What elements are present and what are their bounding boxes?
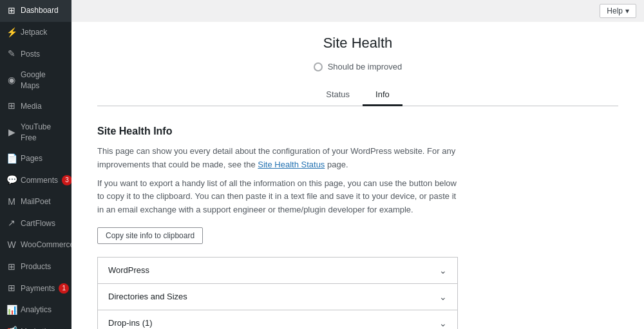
sidebar-item-label: CartFlows [21, 218, 66, 229]
sidebar-item-label: WooCommerce [21, 240, 71, 250]
help-label: Help [607, 6, 623, 15]
site-health-status-link[interactable]: Site Health Status [258, 160, 325, 169]
sidebar-item-label: Media [21, 101, 66, 112]
status-text: Should be improved [328, 62, 402, 71]
sidebar-item-analytics[interactable]: 📊 Analytics [0, 299, 71, 321]
badge-comments: 3 [62, 175, 71, 185]
sidebar-item-label: YouTube Free [21, 122, 66, 144]
sidebar-item-marketing[interactable]: 📢 Marketing [0, 321, 71, 329]
payments-icon: ⊞ [6, 282, 17, 295]
sidebar-item-label: Posts [21, 49, 66, 60]
sidebar-item-woocommerce[interactable]: W WooCommerce [0, 234, 71, 256]
sidebar-item-media[interactable]: ⊞ Media [0, 95, 71, 117]
sidebar-item-label: Products [21, 261, 66, 272]
sidebar-item-pages[interactable]: 📄 Pages [0, 148, 71, 170]
sidebar-item-youtube-free[interactable]: ▶ YouTube Free [0, 117, 71, 148]
section-title: Site Health Info [97, 126, 618, 137]
chevron-down-icon: ⌄ [439, 318, 447, 328]
tab-status[interactable]: Status [313, 84, 363, 106]
accordion-directories-sizes: Directories and Sizes ⌄ [97, 283, 458, 310]
sidebar-item-label: Analytics [21, 305, 66, 315]
status-row: Should be improved [97, 62, 618, 71]
accordion-drop-ins: Drop-ins (1) ⌄ [97, 310, 458, 329]
comments-icon: 💬 [6, 174, 17, 187]
accordion-header-directories-sizes[interactable]: Directories and Sizes ⌄ [98, 284, 457, 310]
accordion-wordpress: WordPress ⌄ [97, 257, 458, 284]
sidebar-item-label: Dashboard [21, 5, 66, 16]
help-chevron-icon: ▾ [625, 6, 629, 15]
marketing-icon: 📢 [6, 325, 17, 329]
woocommerce-icon: W [6, 239, 17, 252]
sidebar-item-payments[interactable]: ⊞ Payments 1 [0, 277, 71, 299]
sidebar-item-jetpack[interactable]: ⚡ Jetpack [0, 22, 71, 44]
accordion-header-wordpress[interactable]: WordPress ⌄ [98, 258, 457, 283]
accordion-label-directories-sizes: Directories and Sizes [108, 292, 187, 301]
accordion-label-drop-ins: Drop-ins (1) [108, 318, 153, 328]
sidebar-item-label: Payments [21, 283, 55, 294]
cartflows-icon: ↗ [6, 217, 17, 230]
pages-icon: 📄 [6, 153, 17, 165]
chevron-down-icon: ⌄ [439, 292, 447, 302]
copy-site-info-button[interactable]: Copy site info to clipboard [97, 227, 203, 244]
badge-payments: 1 [59, 283, 69, 294]
sidebar-item-label: Marketing [21, 326, 66, 329]
description-2: If you want to export a handy list of al… [97, 177, 458, 217]
youtube-free-icon: ▶ [6, 126, 17, 139]
accordion-header-drop-ins[interactable]: Drop-ins (1) ⌄ [98, 310, 457, 329]
sidebar-item-label: Google Maps [21, 70, 66, 91]
content-area: Site Health Should be improved StatusInf… [71, 22, 644, 329]
sidebar-item-mailpoet[interactable]: M MailPoet [0, 191, 71, 213]
sidebar-item-label: MailPoet [21, 196, 66, 207]
products-icon: ⊞ [6, 261, 17, 274]
google-maps-icon: ◉ [6, 74, 17, 87]
sidebar-item-products[interactable]: ⊞ Products [0, 256, 71, 278]
sidebar-item-posts[interactable]: ✎ Posts [0, 43, 71, 65]
description-1: This page can show you every detail abou… [97, 145, 458, 172]
analytics-icon: 📊 [6, 304, 17, 317]
main-content: Help ▾ Site Health Should be improved St… [71, 0, 644, 329]
sidebar-item-label: Jetpack [21, 27, 66, 38]
topbar: Help ▾ [71, 0, 644, 22]
sidebar-item-label: Pages [21, 153, 66, 164]
posts-icon: ✎ [6, 48, 17, 61]
help-button[interactable]: Help ▾ [600, 4, 636, 18]
sidebar-item-label: Comments [21, 175, 58, 186]
sidebar-item-google-maps[interactable]: ◉ Google Maps [0, 65, 71, 96]
dashboard-icon: ⊞ [6, 5, 17, 17]
tab-info[interactable]: Info [363, 84, 402, 106]
sidebar-item-cartflows[interactable]: ↗ CartFlows [0, 212, 71, 234]
jetpack-icon: ⚡ [6, 26, 17, 39]
sidebar-item-dashboard[interactable]: ⊞ Dashboard [0, 0, 71, 22]
status-circle-icon [314, 62, 323, 71]
sidebar: ⊞ Dashboard ⚡ Jetpack ✎ Posts ◉ Google M… [0, 0, 71, 329]
media-icon: ⊞ [6, 100, 17, 113]
accordions-list: WordPress ⌄ Directories and Sizes ⌄ Drop… [97, 257, 458, 329]
sidebar-item-comments[interactable]: 💬 Comments 3 [0, 169, 71, 191]
page-title: Site Health [97, 35, 618, 52]
tabs: StatusInfo [97, 84, 618, 106]
accordion-label-wordpress: WordPress [108, 265, 149, 275]
mailpoet-icon: M [6, 196, 17, 209]
chevron-down-icon: ⌄ [439, 265, 447, 276]
